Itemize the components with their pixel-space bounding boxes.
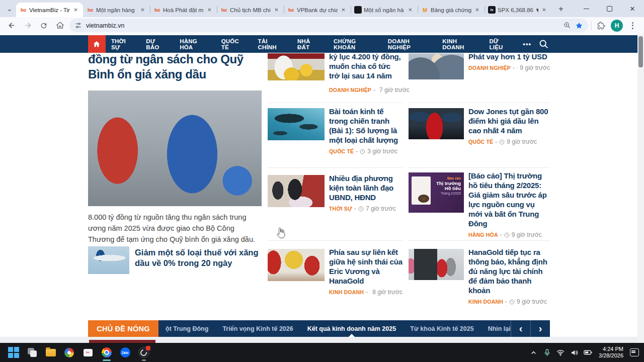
article-category[interactable]: DOANH NGHIỆP (329, 87, 371, 93)
article-card[interactable]: Phát vay hơn 1 tỷ USD DOANH NGHIỆP - 9 g… (409, 53, 550, 79)
window-maximize-button[interactable] (598, 0, 621, 17)
battery-icon[interactable] (583, 349, 592, 355)
topic-tu-khoa-2025[interactable]: Từ khoá Kinh tế 2025 (403, 320, 480, 337)
article-category[interactable]: KINH DOANH (468, 299, 503, 305)
nav-item-chung-khoan[interactable]: CHỨNG KHOÁN (328, 35, 382, 53)
article-card[interactable]: kỷ lục 4.200 tỷ đồng, muốn chia cổ tức t… (268, 53, 403, 94)
tab-close-icon[interactable]: ✕ (540, 6, 548, 14)
article-card[interactable]: HanaGold tiếp tục ra thông báo, khẳng đị… (409, 249, 550, 305)
tab-article-1[interactable]: bız Một ngân hàng ✕ (83, 3, 150, 17)
nav-item-doanh-nghiep[interactable]: DOANH NGHIỆP (382, 35, 437, 53)
nav-item-thoi-su[interactable]: THỜI SỰ (106, 35, 140, 53)
tab-article-5[interactable]: Một số ngân hà ✕ (351, 3, 418, 17)
start-button[interactable] (4, 343, 23, 362)
extensions-button[interactable] (595, 19, 608, 32)
nav-item-nha-dat[interactable]: NHÀ ĐẤT (292, 35, 328, 53)
new-tab-button[interactable]: + (554, 3, 568, 16)
url-text[interactable]: vietnambiz.vn (86, 22, 559, 29)
main-article-title[interactable]: đồng từ ngân sách cho Quỹ Bình ổn giá xă… (88, 52, 264, 82)
article-thumbnail[interactable] (268, 53, 325, 80)
address-bar[interactable]: vietnambiz.vn (69, 19, 588, 32)
article-title[interactable]: HanaGold tiếp tục ra thông báo, khẳng đị… (468, 247, 550, 295)
nav-item-hang-hoa[interactable]: HÀNG HÓA (174, 35, 216, 53)
obs-button[interactable] (134, 343, 153, 362)
site-search-button[interactable] (536, 35, 551, 53)
nav-item-du-lieu[interactable]: DỮ LIỆU (484, 35, 518, 53)
topics-next-button[interactable]: › (530, 320, 550, 337)
site-home-button[interactable] (88, 35, 106, 53)
site-info-tune-icon[interactable] (74, 22, 82, 29)
nav-item-quoc-te[interactable]: QUỐC TẾ (216, 35, 253, 53)
tab-close-icon[interactable]: ✕ (206, 6, 213, 14)
article-title[interactable]: Dow Jones tụt gần 800 điểm khi giá dầu l… (468, 107, 550, 135)
article-thumbnail[interactable] (268, 108, 325, 140)
article-category[interactable]: DOANH NGHIỆP (468, 65, 511, 71)
nav-item-kinh-doanh[interactable]: KINH DOANH (437, 35, 484, 53)
nav-item-du-bao[interactable]: DỰ BÁO (140, 35, 174, 53)
reload-button[interactable] (37, 19, 50, 32)
scrollbar-track[interactable] (637, 34, 644, 343)
article-thumbnail[interactable] (268, 175, 325, 207)
speaker-icon[interactable] (570, 349, 579, 356)
tab-close-icon[interactable]: ✕ (273, 6, 280, 14)
article-card[interactable]: Phía sau sự liên kết giữa hệ sinh thái c… (268, 249, 403, 296)
tab-article-2[interactable]: bız Hoà Phát đặt mu ✕ (150, 3, 217, 17)
nav-more-button[interactable]: ••• (518, 35, 536, 53)
article-thumbnail[interactable]: Báo cáo Thị trường Hồ tiêu Tháng 2/2025 (409, 172, 464, 213)
related-article[interactable]: Giảm một số loại thuế với xăng dầu về 0%… (88, 246, 262, 274)
tab-close-icon[interactable]: ✕ (72, 6, 79, 14)
topic-nhin-lai-2025[interactable]: Nhìn lại 2025 (481, 320, 511, 337)
related-article-title[interactable]: Giảm một số loại thuế với xăng dầu về 0%… (135, 247, 262, 274)
article-title[interactable]: Phát vay hơn 1 tỷ USD (468, 52, 550, 61)
topic-trung-dong[interactable]: ột Trung Đông (158, 320, 215, 337)
article-category[interactable]: QUỐC TẾ (329, 148, 354, 154)
article-category[interactable]: KINH DOANH (329, 289, 364, 295)
article-card[interactable]: Bài toán kinh tế trong chiến tranh (Bài … (268, 108, 403, 155)
article-card[interactable]: Báo cáo Thị trường Hồ tiêu Tháng 2/2025 … (409, 172, 550, 238)
file-explorer-button[interactable] (41, 343, 60, 362)
article-title[interactable]: Nhiều địa phương kiện toàn lãnh đạo UBND… (329, 173, 403, 202)
article-category[interactable]: QUỐC TẾ (468, 139, 493, 145)
tray-chevron-up-button[interactable] (529, 349, 538, 356)
article-thumbnail[interactable] (268, 249, 325, 281)
article-thumbnail[interactable] (409, 53, 464, 79)
tab-article-3[interactable]: bız Chủ tịch MB chi ✕ (217, 3, 284, 17)
topics-prev-button[interactable]: ‹ (511, 320, 530, 337)
task-view-button[interactable] (23, 343, 41, 362)
paint-button[interactable] (60, 343, 78, 362)
main-article-image[interactable] (88, 90, 262, 206)
tab-vietnambiz[interactable]: bız VietnamBiz - Tin ✕ (16, 3, 83, 17)
tab-close-icon[interactable]: ✕ (139, 6, 146, 14)
zoom-page-icon[interactable] (564, 22, 571, 29)
tab-close-icon[interactable]: ✕ (407, 6, 414, 14)
scrollbar-thumb[interactable] (638, 36, 643, 67)
chrome-taskbar-button[interactable] (97, 343, 116, 362)
article-title[interactable]: kỷ lục 4.200 tỷ đồng, muốn chia cổ tức t… (329, 52, 403, 80)
article-card[interactable]: Dow Jones tụt gần 800 điểm khi giá dầu l… (409, 108, 550, 145)
window-close-button[interactable]: ✕ (621, 0, 644, 17)
tab-article-4[interactable]: bız VPBank dự chia ✕ (284, 3, 351, 17)
back-button[interactable] (5, 19, 18, 32)
topic-ket-qua-kinh-doanh-2025[interactable]: Kết quả kinh doanh năm 2025 (300, 320, 403, 337)
topic-trien-vong-2026[interactable]: Triển vọng Kinh tế 2026 (215, 320, 300, 337)
related-article-thumbnail[interactable] (88, 246, 129, 274)
article-category[interactable]: THỜI SỰ (329, 206, 352, 212)
clock-datetime[interactable]: 4:24 PM 3/28/2026 (599, 346, 623, 359)
profile-avatar[interactable]: H (611, 20, 623, 32)
article-title[interactable]: [Báo cáo] Thị trường hồ tiêu tháng 2/202… (468, 171, 550, 228)
wifi-icon[interactable] (556, 349, 565, 356)
tab-close-icon[interactable]: ✕ (340, 6, 347, 14)
zalo-button[interactable]: Zalo (116, 343, 134, 362)
tab-tradingview-spx[interactable]: tv SPX 6,368.86 ▼ ✕ (485, 3, 551, 17)
article-category[interactable]: HÀNG HÓA (468, 232, 498, 238)
forward-button[interactable] (21, 19, 34, 32)
bookmark-star-icon[interactable] (575, 22, 583, 30)
nav-item-tai-chinh[interactable]: TÀI CHÍNH (252, 35, 292, 53)
notification-center-icon[interactable] (630, 348, 639, 356)
article-title[interactable]: Bài toán kinh tế trong chiến tranh (Bài … (329, 107, 403, 145)
tab-stock-board[interactable]: M Bảng giá chứng ✕ (418, 3, 485, 17)
microphone-icon[interactable] (542, 349, 551, 356)
tab-search-chevron-icon[interactable]: ⌄ (3, 2, 16, 15)
article-card[interactable]: Nhiều địa phương kiện toàn lãnh đạo UBND… (268, 175, 403, 212)
browser-menu-button[interactable] (626, 19, 639, 32)
